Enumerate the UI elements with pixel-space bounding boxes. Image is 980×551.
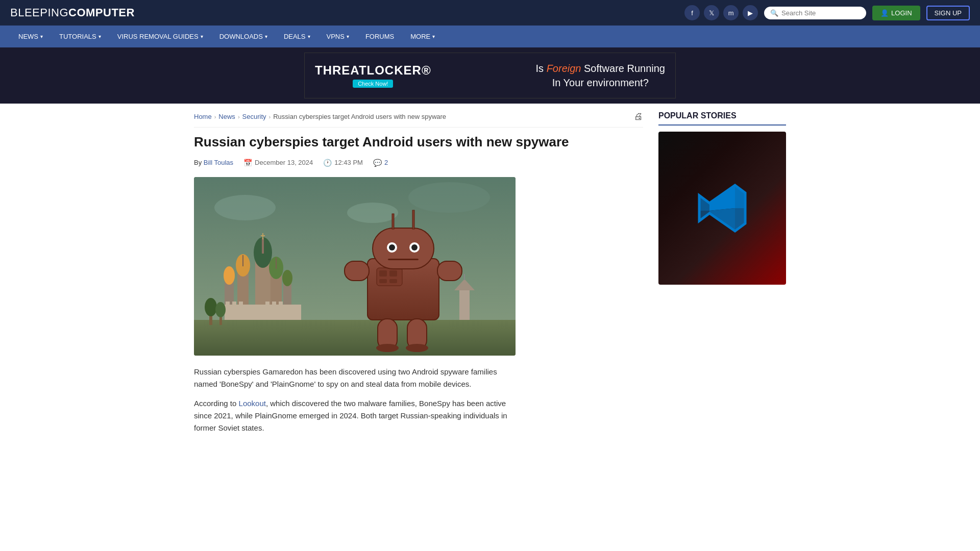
search-icon: 🔍 bbox=[770, 9, 778, 17]
nav-tutorials[interactable]: TUTORIALS ▾ bbox=[51, 26, 109, 47]
signup-button[interactable]: SIGN UP bbox=[926, 6, 970, 20]
top-header: BLEEPINGCOMPUTER f 𝕏 m ▶ 🔍 👤 LOGIN SIGN … bbox=[0, 0, 980, 26]
svg-rect-33 bbox=[373, 228, 434, 269]
nav-vpns[interactable]: VPNS ▾ bbox=[318, 26, 357, 47]
facebook-icon[interactable]: f bbox=[684, 5, 700, 20]
svg-rect-12 bbox=[242, 255, 243, 266]
article-paragraph-2: According to Lookout, which discovered t… bbox=[194, 397, 516, 434]
svg-point-36 bbox=[389, 244, 395, 251]
svg-rect-21 bbox=[226, 302, 230, 306]
calendar-icon: 📅 bbox=[243, 159, 252, 167]
svg-point-53 bbox=[215, 302, 226, 317]
nav-deals[interactable]: DEALS ▾ bbox=[276, 26, 318, 47]
mastodon-icon[interactable]: m bbox=[723, 5, 739, 20]
svg-rect-41 bbox=[345, 261, 369, 281]
svg-rect-22 bbox=[232, 302, 236, 306]
svg-point-37 bbox=[411, 244, 418, 251]
print-icon[interactable]: 🖨 bbox=[634, 111, 643, 122]
sidebar-ad-inner bbox=[658, 132, 786, 285]
breadcrumb-current: Russian cyberspies target Android users … bbox=[273, 113, 446, 120]
lookout-link[interactable]: Lookout bbox=[239, 399, 266, 408]
svg-point-46 bbox=[406, 344, 428, 352]
svg-rect-38 bbox=[392, 214, 394, 229]
svg-rect-7 bbox=[262, 238, 264, 254]
article-image-container bbox=[194, 177, 516, 356]
ad-banner[interactable]: THREATLOCKER® Check Now! Is Foreign Soft… bbox=[0, 47, 980, 104]
svg-rect-1 bbox=[194, 320, 516, 356]
article-title: Russian cyberspies target Android users … bbox=[194, 134, 643, 151]
sidebar-popular-story[interactable] bbox=[658, 132, 786, 285]
svg-rect-40 bbox=[388, 259, 419, 260]
ad-inner[interactable]: THREATLOCKER® Check Now! Is Foreign Soft… bbox=[304, 53, 676, 98]
svg-rect-26 bbox=[279, 302, 283, 306]
chevron-down-icon: ▾ bbox=[347, 34, 349, 39]
svg-point-51 bbox=[205, 298, 217, 316]
svg-rect-25 bbox=[272, 302, 276, 306]
site-logo[interactable]: BLEEPINGCOMPUTER bbox=[10, 6, 135, 19]
popular-stories-title: POPULAR STORIES bbox=[658, 111, 786, 126]
ad-headline-normal: Is bbox=[536, 63, 547, 74]
vscode-icon bbox=[697, 183, 748, 234]
chevron-down-icon: ▾ bbox=[432, 34, 435, 39]
svg-rect-47 bbox=[459, 289, 470, 320]
author-link[interactable]: Bill Toulas bbox=[204, 159, 233, 166]
main-nav: NEWS ▾ TUTORIALS ▾ VIRUS REMOVAL GUIDES … bbox=[0, 26, 980, 47]
chevron-down-icon: ▾ bbox=[99, 34, 101, 39]
search-input[interactable] bbox=[781, 9, 860, 17]
svg-point-45 bbox=[376, 344, 399, 352]
article-date: 📅 December 13, 2024 bbox=[243, 159, 313, 167]
nav-virus-removal[interactable]: VIRUS REMOVAL GUIDES ▾ bbox=[109, 26, 211, 47]
nav-forums[interactable]: FORUMS bbox=[357, 26, 402, 47]
svg-rect-24 bbox=[265, 302, 270, 306]
twitter-icon[interactable]: 𝕏 bbox=[704, 5, 719, 20]
nav-more[interactable]: MORE ▾ bbox=[402, 26, 443, 47]
breadcrumb-sep-2: › bbox=[238, 114, 240, 120]
svg-rect-23 bbox=[239, 302, 243, 306]
svg-rect-30 bbox=[389, 270, 397, 277]
article-area: Home › News › Security › Russian cybersp… bbox=[194, 111, 643, 441]
comment-icon: 💬 bbox=[373, 159, 382, 167]
nav-news[interactable]: NEWS ▾ bbox=[10, 26, 51, 47]
svg-rect-15 bbox=[276, 258, 277, 269]
article-comments[interactable]: 💬 2 bbox=[373, 159, 388, 167]
chevron-down-icon: ▾ bbox=[308, 34, 310, 39]
article-time: 🕐 12:43 PM bbox=[323, 159, 363, 167]
svg-point-19 bbox=[282, 270, 292, 286]
article-meta: By Bill Toulas 📅 December 13, 2024 🕐 12:… bbox=[194, 159, 643, 167]
svg-marker-59 bbox=[709, 208, 735, 231]
main-content: Home › News › Security › Russian cybersp… bbox=[184, 104, 796, 449]
article-paragraph-1: Russian cyberspies Gamaredon has been di… bbox=[194, 366, 516, 390]
breadcrumb-security[interactable]: Security bbox=[242, 113, 266, 120]
breadcrumb-sep-1: › bbox=[214, 114, 216, 120]
social-icons: f 𝕏 m ▶ bbox=[684, 5, 758, 20]
svg-rect-42 bbox=[437, 261, 462, 281]
svg-rect-39 bbox=[412, 210, 414, 229]
svg-rect-29 bbox=[379, 270, 387, 277]
svg-marker-58 bbox=[709, 185, 735, 211]
chevron-down-icon: ▾ bbox=[40, 34, 43, 39]
svg-rect-9 bbox=[261, 235, 265, 236]
ad-cta-button[interactable]: Check Now! bbox=[353, 80, 393, 88]
clock-icon: 🕐 bbox=[323, 159, 332, 167]
sidebar: POPULAR STORIES bbox=[658, 111, 786, 441]
ad-headline-highlight: Foreign bbox=[547, 63, 581, 74]
svg-rect-31 bbox=[379, 279, 387, 283]
logo-bold: COMPUTER bbox=[68, 6, 135, 19]
svg-point-17 bbox=[224, 266, 235, 285]
ad-headline: Is Foreign Software RunningIn Your envir… bbox=[536, 61, 665, 90]
ad-logo-text: THREATLOCKER® bbox=[315, 63, 431, 78]
article-illustration bbox=[194, 177, 516, 356]
chevron-down-icon: ▾ bbox=[265, 34, 267, 39]
svg-rect-32 bbox=[389, 279, 397, 283]
breadcrumb-news[interactable]: News bbox=[218, 113, 235, 120]
search-box[interactable]: 🔍 bbox=[764, 7, 866, 19]
author-label: By Bill Toulas bbox=[194, 159, 233, 166]
svg-rect-20 bbox=[225, 305, 301, 320]
breadcrumb-home[interactable]: Home bbox=[194, 113, 212, 120]
article-image bbox=[194, 177, 516, 356]
youtube-icon[interactable]: ▶ bbox=[743, 5, 758, 20]
ad-logo: THREATLOCKER® Check Now! bbox=[315, 63, 431, 88]
svg-point-4 bbox=[347, 203, 398, 223]
login-button[interactable]: 👤 LOGIN bbox=[872, 6, 920, 20]
nav-downloads[interactable]: DOWNLOADS ▾ bbox=[211, 26, 276, 47]
